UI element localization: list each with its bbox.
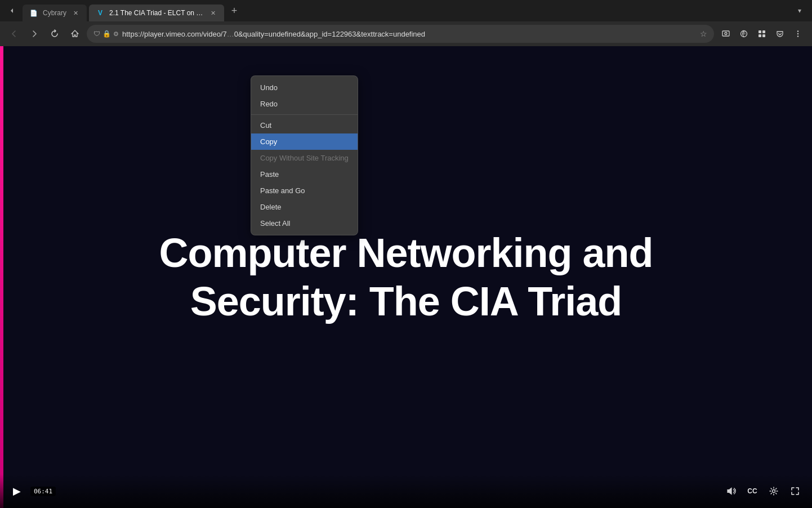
lock-icon: 🔒: [102, 30, 111, 38]
context-menu-copy[interactable]: Copy: [251, 133, 358, 150]
fullscreen-button[interactable]: [787, 483, 803, 499]
video-title-line1: Computer Networking and: [159, 229, 653, 277]
svg-rect-5: [759, 34, 761, 37]
context-menu-copy-no-track: Copy Without Site Tracking: [251, 150, 358, 166]
svg-rect-0: [722, 31, 729, 36]
context-menu-redo[interactable]: Redo: [251, 96, 358, 112]
video-title-line2: Security: The CIA Triad: [159, 277, 653, 326]
shield-icon: 🛡: [93, 30, 100, 38]
address-url: https://player.vimeo.com/video/7…0&quali…: [122, 30, 697, 38]
context-menu-delete[interactable]: Delete: [251, 199, 358, 215]
tab-list-button[interactable]: ▾: [792, 3, 807, 19]
video-time-badge: 06:41: [30, 487, 56, 496]
video-area: Computer Networking and Security: The CI…: [0, 46, 812, 508]
svg-point-9: [797, 35, 798, 37]
pocket-button[interactable]: [771, 25, 788, 42]
forward-button[interactable]: [26, 25, 43, 42]
context-menu-select-all[interactable]: Select All: [251, 215, 358, 231]
video-controls: ▶ 06:41 CC: [0, 474, 812, 508]
context-menu-cut[interactable]: Cut: [251, 117, 358, 133]
browser-chrome: 📄 Cybrary ✕ V 2.1 The CIA Triad - ELCT o…: [0, 0, 812, 46]
context-menu-paste[interactable]: Paste: [251, 166, 358, 182]
context-menu: Undo Redo Cut Copy Copy Without Site Tra…: [251, 75, 358, 235]
menu-button[interactable]: [789, 25, 806, 42]
tab-cybrary-favicon: 📄: [29, 8, 38, 17]
tab-cybrary-close[interactable]: ✕: [71, 8, 80, 17]
extensions-button[interactable]: [753, 25, 770, 42]
svg-rect-4: [762, 30, 765, 33]
address-bar[interactable]: 🛡 🔒 ⚙ https://player.vimeo.com/video/7…0…: [87, 25, 714, 43]
back-button[interactable]: [6, 25, 23, 42]
context-menu-divider1: [251, 114, 358, 115]
volume-button[interactable]: [723, 483, 739, 499]
home-button[interactable]: [66, 25, 83, 42]
bookmark-star-icon[interactable]: ☆: [700, 29, 707, 38]
settings-button[interactable]: [766, 483, 782, 499]
permission-icon: ⚙: [113, 30, 119, 38]
play-button[interactable]: ▶: [9, 483, 25, 499]
tab-cybrary[interactable]: 📄 Cybrary ✕: [23, 5, 87, 21]
tab-history-back-btn[interactable]: [5, 3, 20, 19]
svg-rect-6: [762, 34, 765, 37]
svg-point-8: [797, 33, 798, 34]
svg-point-7: [797, 30, 798, 32]
tab-vimeo[interactable]: V 2.1 The CIA Triad - ELCT on Vim ✕: [89, 5, 224, 21]
address-bar-security-icons: 🛡 🔒 ⚙: [93, 30, 119, 38]
cc-button[interactable]: CC: [744, 483, 760, 499]
screenshot-button[interactable]: [717, 25, 734, 42]
reload-button[interactable]: [46, 25, 63, 42]
tab-vimeo-favicon: V: [96, 8, 105, 17]
context-menu-paste-go[interactable]: Paste and Go: [251, 182, 358, 199]
svg-point-1: [725, 33, 727, 35]
svg-point-10: [773, 490, 775, 493]
context-menu-undo[interactable]: Undo: [251, 79, 358, 96]
cybrary-pink-bar: [0, 46, 3, 508]
tab-cybrary-label: Cybrary: [43, 9, 66, 17]
svg-rect-3: [759, 30, 761, 33]
tab-bar: 📄 Cybrary ✕ V 2.1 The CIA Triad - ELCT o…: [0, 0, 812, 21]
video-title: Computer Networking and Security: The CI…: [114, 229, 698, 326]
translate-button[interactable]: [735, 25, 752, 42]
tab-vimeo-close[interactable]: ✕: [208, 8, 217, 17]
new-tab-button[interactable]: +: [226, 3, 242, 19]
toolbar-buttons: [717, 25, 806, 42]
tab-vimeo-label: 2.1 The CIA Triad - ELCT on Vim: [109, 9, 204, 17]
nav-bar: 🛡 🔒 ⚙ https://player.vimeo.com/video/7…0…: [0, 21, 812, 46]
